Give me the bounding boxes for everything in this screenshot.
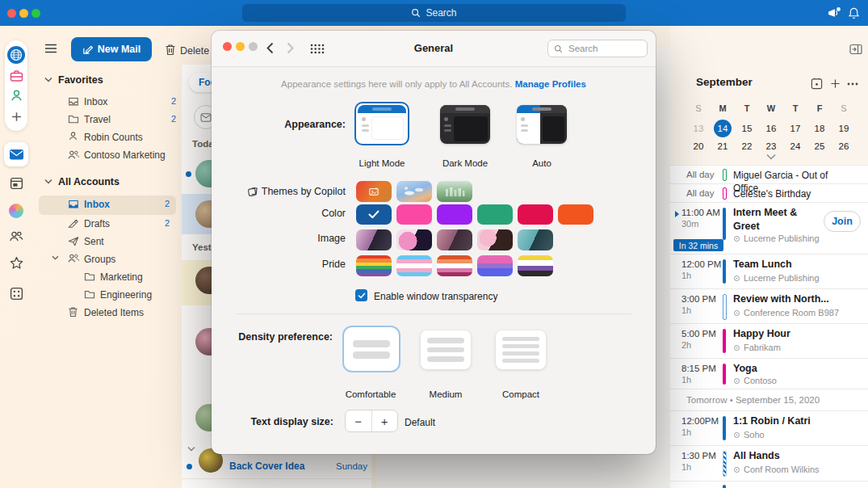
mini-cal-day[interactable]: 16 — [759, 120, 783, 137]
collapse-panel-icon[interactable] — [849, 44, 862, 55]
sidebar-item-inbox-fav[interactable]: Inbox — [84, 96, 107, 107]
dialog-search-field[interactable] — [547, 40, 648, 57]
event-allday-2[interactable]: All day Celeste's Birthday — [670, 184, 868, 203]
density-comfortable[interactable] — [342, 326, 400, 372]
minimize-window-button[interactable] — [19, 9, 28, 18]
image-swatch-spheres[interactable] — [396, 229, 432, 250]
pride-swatch-transgender[interactable] — [396, 255, 432, 276]
sidebar-item-deleted-items[interactable]: Deleted Items — [84, 307, 144, 318]
chevron-down-icon[interactable] — [52, 255, 59, 260]
color-swatch-pink[interactable] — [396, 204, 432, 225]
global-search-bar[interactable]: Search — [242, 4, 626, 22]
nav-favorites-star[interactable] — [5, 256, 27, 269]
person-account-icon[interactable] — [5, 89, 27, 103]
nav-people[interactable] — [5, 230, 27, 242]
event-intern-meet-greet[interactable]: 11:00 AM30m Intern Meet & Greet Lucerne … — [670, 203, 868, 255]
mini-cal-day[interactable]: 13 — [686, 120, 711, 137]
mini-cal-day[interactable]: 20 — [686, 137, 711, 155]
sidebar-item-marketing[interactable]: Marketing — [100, 271, 143, 283]
theme-sky-clouds[interactable] — [396, 181, 432, 202]
mode-light[interactable] — [354, 102, 409, 145]
sidebar-item-groups[interactable]: Groups — [84, 254, 115, 265]
chevron-down-icon[interactable] — [187, 446, 195, 452]
unread-dot — [186, 171, 191, 177]
nav-more-apps[interactable] — [5, 287, 27, 301]
mini-cal-day[interactable]: 23 — [759, 137, 783, 155]
image-swatch-road[interactable] — [437, 229, 472, 250]
globe-account-icon[interactable] — [5, 45, 27, 65]
sidebar-item-travel[interactable]: Travel — [84, 114, 111, 125]
sidebar-item-contoso-marketing[interactable]: Contoso Marketing — [84, 149, 166, 161]
zoom-window-button[interactable] — [31, 9, 40, 18]
color-swatch-blue-selected[interactable] — [356, 204, 392, 225]
sidebar-item-sent[interactable]: Sent — [84, 236, 104, 247]
event-all-hands[interactable]: 1:30 PM1h All Hands Conf Room Wilkins — [670, 446, 868, 482]
mini-cal-day[interactable]: 24 — [783, 137, 807, 155]
join-button[interactable]: Join — [824, 211, 861, 232]
favorites-section-header[interactable]: Favorites — [58, 74, 103, 86]
mini-cal-day-selected[interactable]: 14 — [711, 120, 735, 137]
event-yoga[interactable]: 8:15 PM1h Yoga Contoso — [670, 359, 868, 389]
nav-copilot[interactable] — [9, 204, 23, 218]
nav-calendar[interactable] — [5, 176, 27, 190]
event-team-lunch[interactable]: 12:00 PM1h Team Lunch Lucerne Publishing — [670, 255, 868, 289]
event-allday-1[interactable]: All day Miguel Garcia - Out of Office — [670, 166, 868, 184]
mini-cal-day[interactable]: 17 — [783, 120, 807, 137]
nav-mail[interactable] — [4, 142, 28, 166]
mini-cal-day[interactable]: 26 — [832, 137, 856, 155]
color-swatch-red[interactable] — [518, 204, 553, 225]
decrease-text-size-button[interactable]: − — [346, 410, 372, 431]
sidebar-item-robin-counts[interactable]: Robin Counts — [84, 132, 143, 143]
image-swatch-bird[interactable] — [477, 229, 513, 250]
mini-cal-day[interactable]: 19 — [832, 120, 856, 137]
sidebar-item-engineering[interactable]: Engineering — [100, 289, 152, 301]
add-account-icon[interactable] — [5, 111, 27, 123]
expand-calendar-chevron[interactable] — [766, 154, 776, 160]
new-mail-button[interactable]: New Mail — [71, 37, 152, 61]
sidebar-item-drafts[interactable]: Drafts — [84, 218, 110, 229]
manage-profiles-link[interactable]: Manage Profiles — [515, 79, 586, 89]
add-event-icon[interactable] — [830, 78, 841, 89]
mail-subject[interactable]: Back Cover Idea — [229, 461, 304, 472]
density-medium[interactable] — [421, 330, 471, 369]
mode-auto[interactable] — [517, 105, 567, 144]
dialog-search-input[interactable] — [567, 43, 643, 54]
theme-copilot-generate[interactable] — [356, 181, 392, 202]
text-size-label: Text display size: — [212, 416, 333, 427]
hamburger-menu-icon[interactable] — [44, 43, 57, 54]
mini-cal-day[interactable]: 18 — [807, 120, 832, 137]
color-swatch-purple[interactable] — [437, 204, 472, 225]
briefcase-account-icon[interactable] — [5, 69, 27, 82]
theme-green-city[interactable] — [437, 181, 472, 202]
event-review[interactable]: 3:00 PM1h Review with North... Conferenc… — [670, 289, 868, 324]
sidebar-item-inbox[interactable]: Inbox — [84, 199, 110, 210]
pride-swatch-nonbinary[interactable] — [518, 255, 553, 276]
event-robin-katri[interactable]: 12:00PM1h 1:1 Robin / Katri Soho — [670, 411, 868, 446]
density-compact[interactable] — [496, 330, 546, 369]
delete-button[interactable]: Delete — [180, 45, 209, 57]
increase-text-size-button[interactable]: + — [372, 410, 398, 431]
mini-cal-day[interactable]: 22 — [735, 137, 759, 155]
color-swatch-green[interactable] — [477, 204, 513, 225]
trash-icon[interactable] — [165, 44, 176, 56]
chevron-down-icon[interactable] — [44, 179, 52, 184]
pride-swatch-rainbow[interactable] — [356, 255, 392, 276]
calendar-today-icon[interactable] — [811, 78, 823, 90]
all-accounts-section-header[interactable]: All Accounts — [58, 176, 120, 187]
mini-cal-day[interactable]: 25 — [807, 137, 832, 155]
pride-swatch-bisexual[interactable] — [477, 255, 513, 276]
color-swatch-orange[interactable] — [558, 204, 593, 225]
close-window-button[interactable] — [7, 9, 16, 18]
more-options-icon[interactable] — [847, 82, 858, 86]
bell-icon[interactable] — [848, 6, 860, 19]
image-swatch-ocean[interactable] — [518, 229, 553, 250]
pride-swatch-lesbian[interactable] — [437, 255, 472, 276]
transparency-checkbox[interactable] — [355, 289, 367, 301]
image-swatch-mountains[interactable] — [356, 229, 392, 250]
mini-cal-day[interactable]: 21 — [711, 137, 735, 155]
megaphone-icon[interactable] — [827, 6, 841, 19]
mini-cal-day[interactable]: 15 — [735, 120, 759, 137]
mode-dark[interactable] — [440, 105, 490, 144]
chevron-down-icon[interactable] — [44, 77, 52, 82]
event-happy-hour[interactable]: 5:00 PM2h Happy Hour Fabrikam — [670, 324, 868, 359]
